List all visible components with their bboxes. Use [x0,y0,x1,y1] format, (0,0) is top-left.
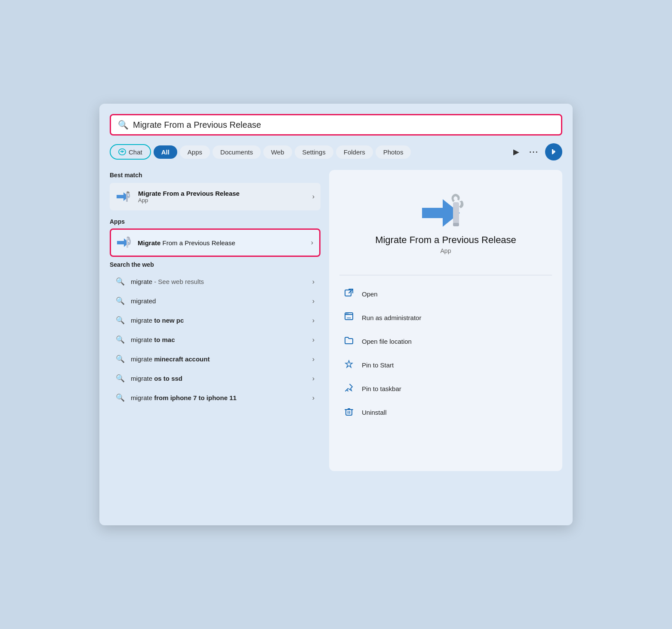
left-panel: Best match Migrate From a Previous Relea… [110,170,321,471]
web-search-icon-6: 🔍 [116,393,125,402]
web-search-icon-4: 🔍 [116,355,125,364]
action-file-location[interactable]: Open file location [339,330,552,352]
tab-web-label: Web [271,148,284,156]
tab-chat-label: Chat [129,148,142,156]
tab-folders[interactable]: Folders [336,145,373,159]
main-content: Best match Migrate From a Previous Relea… [110,170,562,471]
bing-button[interactable] [545,143,562,160]
more-button[interactable]: ⋯ [525,145,543,159]
action-open-label: Open [362,290,378,298]
bing-icon [549,147,558,157]
tab-documents-label: Documents [220,148,253,156]
app-title-rest: From a Previous Release [160,239,235,247]
action-pin-start[interactable]: Pin to Start [339,354,552,376]
web-chevron-4: › [312,355,314,363]
best-match-item[interactable]: Migrate From a Previous Release App › [110,183,321,210]
web-search-icon-3: 🔍 [116,335,125,344]
best-match-sub: App [138,197,309,204]
web-section-label: Search the web [110,261,321,268]
action-pin-taskbar[interactable]: Pin to taskbar [339,378,552,400]
svg-point-1 [121,151,123,153]
migrate-icon-small [117,190,132,204]
tab-folders-label: Folders [344,148,365,156]
trash-icon [343,407,355,418]
web-chevron-1: › [312,297,314,305]
folder-icon [343,336,355,347]
svg-rect-9 [453,202,459,226]
app-chevron-icon: › [311,239,313,247]
tab-apps-label: Apps [188,148,202,156]
web-item-3[interactable]: 🔍 migrate to mac › [110,330,321,349]
right-panel: Migrate From a Previous Release App Open [329,170,562,471]
web-search-icon-2: 🔍 [116,316,125,325]
play-button[interactable]: ▶ [510,145,523,158]
tab-chat[interactable]: Chat [110,144,151,160]
search-icon: 🔍 [118,120,129,130]
app-type-label: App [441,247,451,254]
action-file-location-label: Open file location [362,338,412,345]
action-list: Open Run as administrator [339,283,552,425]
best-match-icon [116,188,133,205]
app-logo-icon [422,191,469,234]
tab-all[interactable]: All [154,145,177,159]
web-chevron-6: › [312,394,314,402]
web-item-0[interactable]: 🔍 migrate - See web results › [110,272,321,291]
action-uninstall[interactable]: Uninstall [339,401,552,423]
svg-rect-15 [346,410,352,415]
tab-documents[interactable]: Documents [213,145,261,159]
tab-settings[interactable]: Settings [295,145,333,159]
app-item-migrate[interactable]: Migrate From a Previous Release › [110,228,321,257]
svg-point-13 [346,313,347,314]
best-match-label: Best match [110,172,321,179]
chevron-icon: › [312,193,314,200]
best-match-text: Migrate From a Previous Release App [138,190,309,204]
web-item-text-3: migrate to mac [131,336,309,343]
tab-apps[interactable]: Apps [180,145,210,159]
pin-taskbar-icon [343,383,355,395]
web-chevron-3: › [312,336,314,344]
web-search-icon-5: 🔍 [116,374,125,383]
pin-start-icon [343,359,355,371]
web-item-5[interactable]: 🔍 migrate os to ssd › [110,369,321,388]
web-item-text-5: migrate os to ssd [131,375,309,382]
apps-section-label: Apps [110,218,321,225]
action-pin-taskbar-label: Pin to taskbar [362,385,401,392]
web-chevron-2: › [312,317,314,324]
web-search-icon-0: 🔍 [116,277,125,286]
web-item-6[interactable]: 🔍 migrate from iphone 7 to iphone 11 › [110,388,321,407]
web-item-2[interactable]: 🔍 migrate to new pc › [110,311,321,330]
migrate-app-icon [117,236,133,250]
app-logo-area: Migrate From a Previous Release App [375,191,516,265]
svg-rect-7 [126,238,128,248]
action-admin-label: Run as administrator [362,314,421,321]
app-name-title: Migrate From a Previous Release [375,234,516,246]
admin-icon [343,312,355,324]
web-item-text-6: migrate from iphone 7 to iphone 11 [131,394,309,401]
svg-point-14 [348,313,348,314]
tab-web[interactable]: Web [263,145,292,159]
search-bar[interactable]: 🔍 [110,114,562,136]
tab-settings-label: Settings [302,148,326,156]
web-item-text-0: migrate - See web results [131,278,309,285]
svg-rect-11 [345,290,351,296]
tab-photos[interactable]: Photos [376,145,411,159]
web-chevron-5: › [312,375,314,382]
title-rest: From a Previous Release [161,190,240,197]
web-chevron-0: › [312,278,314,286]
app-title-highlight: Migrate [138,239,160,247]
app-title: Migrate From a Previous Release [138,239,308,247]
web-item-text-1: migrated [131,297,309,305]
search-input[interactable] [133,120,554,130]
action-admin[interactable]: Run as administrator [339,307,552,329]
svg-rect-4 [126,193,128,202]
svg-rect-10 [453,223,459,226]
action-pin-start-label: Pin to Start [362,361,394,369]
search-window: 🔍 Chat All Apps Documents Web Setting [99,104,573,525]
web-item-4[interactable]: 🔍 migrate minecraft account › [110,350,321,368]
app-icon [117,235,133,250]
web-item-1[interactable]: 🔍 migrated › [110,292,321,310]
best-match-title: Migrate From a Previous Release [138,190,309,197]
title-highlight: Migrate [138,190,161,197]
action-open[interactable]: Open [339,283,552,305]
action-uninstall-label: Uninstall [362,409,387,416]
